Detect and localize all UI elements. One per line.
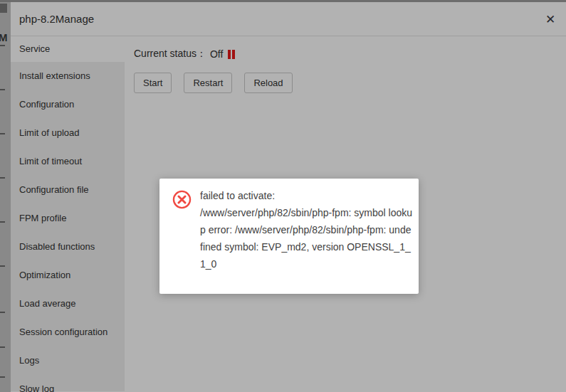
screen: M php-8.2Manage ✕ Service Install extens… [0,0,566,392]
error-message-box: failed to activate: /www/server/php/82/s… [159,179,419,294]
error-message-text: failed to activate: /www/server/php/82/s… [200,187,414,272]
error-circle-x-icon [172,190,192,209]
